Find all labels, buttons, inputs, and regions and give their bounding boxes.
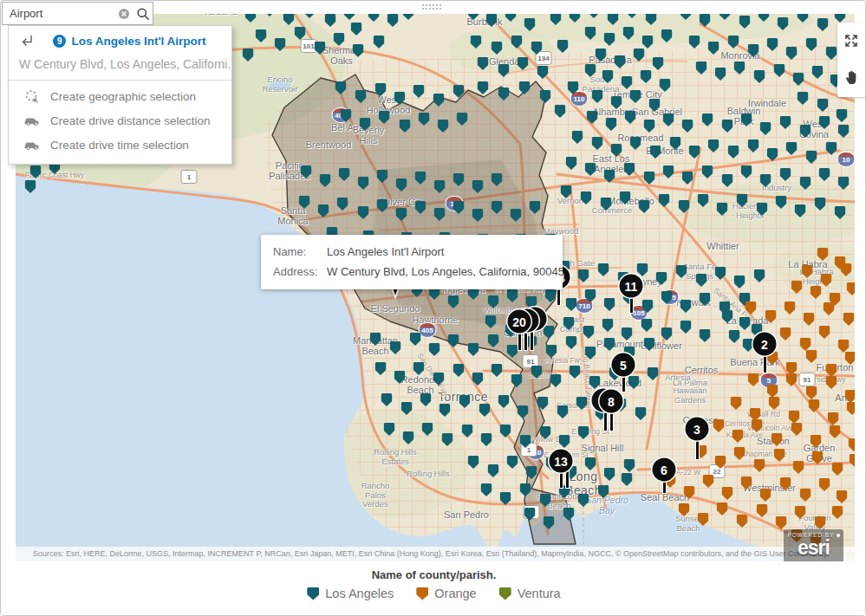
menu-item-create-drive-distance-selection[interactable]: Create drive distance selection bbox=[9, 108, 231, 133]
tooltip-address-value: W Century Blvd, Los Angeles, California,… bbox=[327, 264, 564, 280]
legend: Name of county/parish. Los AngelesOrange… bbox=[1, 561, 866, 615]
tooltip-name-row: Name: Los Angeles Int'l Airport bbox=[273, 244, 550, 260]
car-icon bbox=[23, 136, 40, 153]
search-box bbox=[2, 2, 153, 25]
tooltip-address-label: Address: bbox=[273, 264, 327, 280]
cluster-count: 5 bbox=[612, 353, 635, 377]
drag-grip-icon[interactable] bbox=[422, 4, 443, 11]
result-title-wrap[interactable]: 9 Los Angeles Int'l Airport bbox=[36, 35, 223, 48]
lasso-icon bbox=[23, 88, 40, 105]
cluster-count: 11 bbox=[620, 275, 643, 298]
map-widget: BurbankGlendaleTarzanaSherman OaksBel Ai… bbox=[0, 0, 866, 616]
cluster-count: 20 bbox=[508, 310, 531, 334]
tooltip-name-value: Los Angeles Int'l Airport bbox=[327, 244, 444, 260]
legend-pin-icon bbox=[307, 587, 319, 600]
menu-item-label: Create geographic selection bbox=[50, 90, 196, 103]
expand-icon[interactable] bbox=[837, 23, 865, 59]
hand-pan-icon[interactable] bbox=[837, 59, 865, 95]
map-toolbar bbox=[837, 23, 865, 97]
back-arrow-icon[interactable] bbox=[17, 33, 36, 49]
legend-pin-icon bbox=[499, 587, 511, 600]
map-attribution: Sources: Esri, HERE, DeLorme, USGS, Inte… bbox=[16, 547, 855, 561]
feature-tooltip: Name: Los Angeles Int'l Airport Address:… bbox=[261, 235, 563, 289]
result-menu: Create geographic selection Create drive… bbox=[9, 81, 231, 164]
clear-search-icon[interactable] bbox=[114, 4, 133, 23]
esri-wordmark: esri bbox=[784, 538, 843, 558]
menu-item-create-geographic-selection[interactable]: Create geographic selection bbox=[9, 84, 231, 108]
tooltip-name-label: Name: bbox=[273, 244, 327, 260]
cluster-count: 8 bbox=[600, 390, 623, 413]
legend-item-los-angeles[interactable]: Los Angeles bbox=[307, 587, 394, 600]
menu-item-label: Create drive time selection bbox=[50, 139, 189, 152]
search-result-panel: 9 Los Angeles Int'l Airport W Century Bl… bbox=[8, 25, 232, 165]
menu-item-create-drive-time-selection[interactable]: Create drive time selection bbox=[9, 133, 231, 157]
legend-pin-icon bbox=[416, 587, 428, 600]
esri-logo: POWERED BY esri bbox=[784, 529, 843, 561]
legend-item-ventura[interactable]: Ventura bbox=[499, 587, 561, 600]
cluster-count: 13 bbox=[550, 450, 573, 473]
legend-label: Los Angeles bbox=[325, 587, 394, 600]
result-subtitle: W Century Blvd, Los Angeles, Californi..… bbox=[9, 52, 231, 80]
cluster-count: 6 bbox=[653, 458, 676, 482]
legend-label: Ventura bbox=[518, 587, 561, 600]
cluster-count: 3 bbox=[686, 418, 709, 441]
legend-item-orange[interactable]: Orange bbox=[416, 587, 476, 600]
car-icon bbox=[23, 112, 40, 129]
result-header: 9 Los Angeles Int'l Airport bbox=[9, 26, 231, 52]
search-input[interactable] bbox=[3, 6, 114, 21]
result-title: Los Angeles Int'l Airport bbox=[71, 35, 205, 48]
menu-item-label: Create drive distance selection bbox=[50, 114, 211, 127]
tooltip-address-row: Address: W Century Blvd, Los Angeles, Ca… bbox=[273, 264, 550, 280]
legend-title: Name of county/parish. bbox=[1, 568, 866, 581]
result-badge: 9 bbox=[53, 35, 66, 48]
search-icon[interactable] bbox=[133, 4, 153, 23]
legend-label: Orange bbox=[434, 587, 476, 600]
cluster-count: 2 bbox=[753, 333, 777, 356]
legend-items: Los AngelesOrangeVentura bbox=[1, 587, 866, 600]
